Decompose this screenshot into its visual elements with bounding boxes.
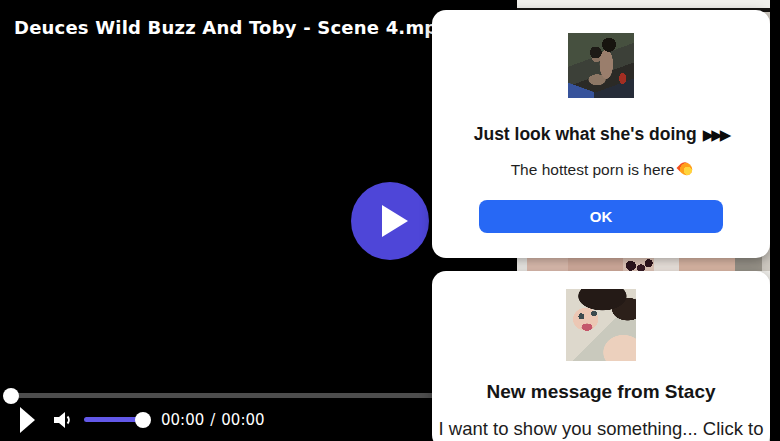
popup-top-heading: Just look what she's doing▶▶▶ xyxy=(432,124,770,145)
big-play-button[interactable] xyxy=(351,182,429,260)
popup-top-heading-text: Just look what she's doing xyxy=(474,124,697,144)
play-icon xyxy=(382,205,408,237)
popup-ad-top[interactable]: Just look what she's doing▶▶▶ The hottes… xyxy=(432,10,770,258)
mute-button[interactable] xyxy=(50,408,74,432)
speaker-icon xyxy=(50,408,74,432)
time-display: 00:00/00:00 xyxy=(161,411,265,429)
popup-bottom-message: I want to show you something... Click to xyxy=(432,418,770,440)
volume-knob[interactable] xyxy=(135,412,151,428)
current-time: 00:00 xyxy=(161,411,204,429)
popup-top-subtext-text: The hottest porn is here xyxy=(511,161,675,178)
thumbnail-detail xyxy=(568,82,594,98)
seek-knob[interactable] xyxy=(3,388,19,404)
popup-bottom-heading: New message from Stacy xyxy=(432,381,770,403)
seek-bar[interactable] xyxy=(11,393,432,398)
video-title: Deuces Wild Buzz And Toby - Scene 4.mp4 xyxy=(14,17,450,38)
duration: 00:00 xyxy=(221,411,264,429)
time-separator: / xyxy=(210,411,215,429)
fire-icon xyxy=(677,160,695,178)
play-button[interactable] xyxy=(20,407,35,433)
popup-ad-bottom[interactable]: New message from Stacy I want to show yo… xyxy=(432,271,770,441)
popup-top-subtext: The hottest porn is here xyxy=(432,161,770,179)
ok-button[interactable]: OK xyxy=(479,200,723,233)
popup-top-thumbnail-photo[interactable] xyxy=(568,33,634,98)
popup-bottom-thumbnail-photo[interactable] xyxy=(566,289,636,361)
triple-arrow-icon: ▶▶▶ xyxy=(703,126,729,144)
